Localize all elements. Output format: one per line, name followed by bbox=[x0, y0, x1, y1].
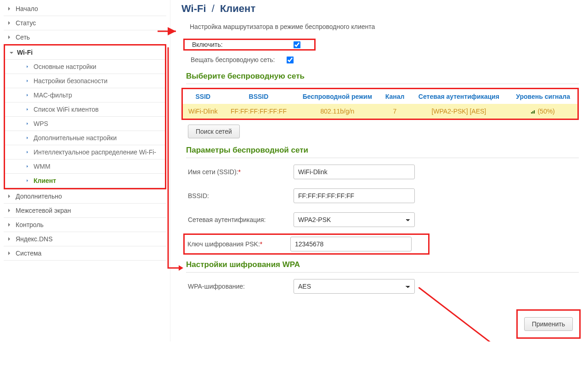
nav-wifi-wmm[interactable]: WMM bbox=[5, 159, 165, 174]
nav-label: Система bbox=[16, 250, 41, 257]
breadcrumb: Wi-Fi / Клиент bbox=[181, 3, 579, 15]
chevron-down-icon bbox=[10, 52, 13, 56]
nav-wifi-mac[interactable]: MAC-фильтр bbox=[5, 88, 165, 102]
section-wpa-encryption: Настройки шифрования WPA bbox=[186, 260, 579, 273]
psk-highlight: Ключ шифрования PSK:* bbox=[183, 233, 430, 255]
nav-label: Контроль bbox=[16, 221, 44, 228]
enable-checkbox[interactable] bbox=[294, 41, 301, 48]
nav-yandex-dns[interactable]: Яндекс.DNS bbox=[4, 232, 166, 246]
chevron-icon bbox=[27, 108, 29, 111]
broadcast-row: Вещать беспроводную сеть: bbox=[189, 53, 579, 66]
chevron-icon bbox=[8, 7, 12, 11]
nav-extra[interactable]: Дополнительно bbox=[4, 189, 166, 204]
auth-row: Сетевая аутентификация: WPA2-PSK bbox=[186, 210, 579, 230]
th-mode: Беспроводной режим bbox=[294, 89, 380, 104]
nav-control[interactable]: Контроль bbox=[4, 218, 166, 232]
chevron-icon bbox=[27, 65, 29, 68]
chevron-icon bbox=[8, 237, 12, 241]
nav-label: MAC-фильтр bbox=[34, 91, 72, 99]
bssid-label: BSSID: bbox=[188, 192, 294, 199]
chevron-icon bbox=[8, 21, 12, 25]
chevron-icon bbox=[27, 165, 29, 168]
breadcrumb-section: Wi-Fi bbox=[181, 3, 206, 14]
auth-label: Сетевая аутентификация: bbox=[188, 216, 294, 223]
nav-label: Статус bbox=[16, 19, 36, 27]
breadcrumb-page: Клиент bbox=[220, 3, 255, 14]
th-ssid: SSID bbox=[182, 89, 223, 104]
auth-select[interactable]: WPA2-PSK bbox=[294, 212, 415, 227]
psk-input[interactable] bbox=[290, 237, 412, 251]
wpa-enc-row: WPA-шифрование: AES bbox=[186, 276, 579, 296]
networks-table: SSID BSSID Беспроводной режим Канал Сете… bbox=[181, 88, 579, 120]
nav-wifi[interactable]: Wi-Fi bbox=[5, 46, 165, 60]
broadcast-label: Вещать беспроводную сеть: bbox=[191, 56, 287, 63]
apply-highlight: Применить bbox=[516, 309, 581, 339]
chevron-icon bbox=[27, 94, 29, 97]
nav-status[interactable]: Статус bbox=[4, 16, 166, 30]
bssid-input[interactable] bbox=[294, 188, 415, 203]
search-networks-button[interactable]: Поиск сетей bbox=[188, 125, 240, 138]
nav-wifi-security[interactable]: Настройки безопасности bbox=[5, 74, 165, 88]
nav-label: Дополнительные настройки bbox=[34, 134, 117, 142]
enable-highlight: Включить: bbox=[183, 39, 316, 51]
wpa-enc-label: WPA-шифрование: bbox=[188, 283, 294, 290]
nav-wifi-highlight: Wi-Fi Основные настройки Настройки безоп… bbox=[4, 44, 166, 189]
psk-label: Ключ шифрования PSK:* bbox=[187, 240, 290, 248]
breadcrumb-separator: / bbox=[212, 3, 215, 14]
th-signal: Уровень сигнала bbox=[509, 89, 578, 104]
wpa-enc-select[interactable]: AES bbox=[294, 279, 415, 294]
chevron-icon bbox=[8, 35, 12, 39]
chevron-icon bbox=[8, 194, 12, 198]
nav-label: Яндекс.DNS bbox=[16, 235, 53, 243]
nav-system[interactable]: Система bbox=[4, 246, 166, 261]
nav-wifi-clients[interactable]: Список WiFi клиентов bbox=[5, 102, 165, 117]
bssid-row: BSSID: bbox=[186, 186, 579, 206]
nav-wifi-wps[interactable]: WPS bbox=[5, 117, 165, 131]
chevron-icon bbox=[8, 209, 12, 212]
nav-label: Список WiFi клиентов bbox=[34, 106, 99, 113]
section-pick-network: Выберите беспроводную сеть bbox=[186, 72, 579, 84]
cell-bssid: FF:FF:FF:FF:FF:FF bbox=[223, 104, 294, 120]
nav-label: Начало bbox=[16, 5, 38, 12]
cell-auth: [WPA2-PSK] [AES] bbox=[409, 104, 509, 120]
nav-firewall[interactable]: Межсетевой экран bbox=[4, 204, 166, 218]
nav-label: Дополнительно bbox=[16, 193, 62, 200]
th-bssid: BSSID bbox=[223, 89, 294, 104]
ssid-row: Имя сети (SSID):* bbox=[186, 162, 579, 182]
nav-label: Клиент bbox=[34, 177, 56, 184]
broadcast-checkbox[interactable] bbox=[287, 56, 294, 63]
nav-wifi-advanced[interactable]: Дополнительные настройки bbox=[5, 131, 165, 145]
table-header-row: SSID BSSID Беспроводной режим Канал Сете… bbox=[182, 89, 578, 104]
nav-home[interactable]: Начало bbox=[4, 2, 166, 16]
signal-text: (50%) bbox=[537, 108, 554, 115]
chevron-icon bbox=[27, 151, 29, 154]
apply-button[interactable]: Применить bbox=[524, 317, 573, 331]
table-row[interactable]: WiFi-Dlink FF:FF:FF:FF:FF:FF 802.11b/g/n… bbox=[182, 104, 578, 120]
nav-label: Wi-Fi bbox=[17, 49, 33, 56]
th-channel: Канал bbox=[381, 89, 409, 104]
cell-signal: (50%) bbox=[509, 104, 578, 120]
cell-mode: 802.11b/g/n bbox=[294, 104, 380, 120]
chevron-icon bbox=[8, 251, 12, 255]
nav-net[interactable]: Сеть bbox=[4, 30, 166, 45]
nav-wifi-intelligent[interactable]: Интеллектуальное распределение Wi-Fi- bbox=[5, 145, 165, 159]
nav-wifi-client[interactable]: Клиент bbox=[5, 174, 165, 188]
th-auth: Сетевая аутентификация bbox=[409, 89, 509, 104]
cell-channel: 7 bbox=[381, 104, 409, 120]
chevron-icon bbox=[27, 137, 29, 139]
main-panel: Wi-Fi / Клиент Настройка маршрутизатора … bbox=[170, 0, 588, 341]
enable-label: Включить: bbox=[192, 41, 294, 48]
chevron-icon bbox=[8, 223, 12, 227]
nav-label: Сеть bbox=[16, 34, 30, 41]
nav-wifi-basic[interactable]: Основные настройки bbox=[5, 60, 165, 74]
sidebar: Начало Статус Сеть Wi-Fi Основные настро… bbox=[0, 0, 170, 341]
nav-label: Интеллектуальное распределение Wi-Fi- bbox=[34, 148, 156, 156]
ssid-label: Имя сети (SSID):* bbox=[188, 168, 294, 176]
chevron-icon bbox=[27, 80, 29, 82]
nav-label: WPS bbox=[34, 120, 48, 127]
nav-label: Межсетевой экран bbox=[16, 207, 71, 214]
section-wireless-params: Параметры беспроводной сети bbox=[186, 146, 579, 158]
signal-bars-icon bbox=[531, 109, 535, 114]
ssid-input[interactable] bbox=[294, 165, 415, 179]
page-description: Настройка маршрутизатора в режиме беспро… bbox=[190, 23, 579, 30]
